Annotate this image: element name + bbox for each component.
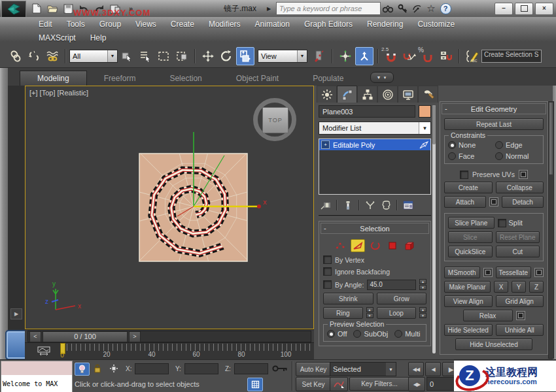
element-subobject-button[interactable] [403,240,416,252]
spinner-up-icon[interactable]: ▲ [419,279,426,284]
slice-plane-button[interactable]: Slice Plane [448,217,495,229]
select-and-scale-button[interactable] [236,47,254,65]
preview-off-option[interactable]: Off [327,330,347,338]
keyboard-shortcut-override-toggle[interactable] [355,47,374,65]
key-filters-button[interactable]: Key Filters... [349,377,409,391]
modifier-list-dropdown[interactable]: Modifier List ▼ [319,122,431,135]
msmooth-button[interactable]: MSmooth [444,267,480,278]
isolate-selection-toggle[interactable] [75,363,90,376]
selection-filter-dropdown[interactable]: All ▼ [69,50,118,63]
preview-subobj-option[interactable]: SubObj [353,330,388,338]
constraint-face-radio[interactable] [448,152,456,160]
configure-modifier-sets-button[interactable] [401,199,415,212]
viewcube-top-face[interactable]: TOP [262,107,288,133]
listener-macro-row[interactable] [1,361,72,376]
planar-y-button[interactable]: Y [512,281,526,293]
tessellate-button[interactable]: Tessellate [496,267,532,278]
maximize-button[interactable] [515,3,533,15]
tab-hierarchy[interactable] [357,86,377,103]
planar-x-button[interactable]: X [494,281,508,293]
loop-spinner[interactable]: ▲ ▼ [419,307,426,319]
ribbon-tab-object-paint[interactable]: Object Paint [219,71,296,86]
menu-group[interactable]: Group [92,20,128,29]
preview-multi-radio[interactable] [394,330,402,338]
constraint-edge-option[interactable]: Edge [495,141,540,149]
snaps-toggle-icon[interactable]: 2.5 [383,48,400,65]
search-expand-icon[interactable]: ▶ [262,2,276,15]
menu-tools[interactable]: Tools [60,20,92,29]
edge-subobject-button[interactable] [351,239,365,252]
menu-graph-editors[interactable]: Graph Editors [297,20,360,29]
listener-output-row[interactable]: Welcome to MAX [1,376,72,392]
communication-center-icon[interactable] [409,2,424,15]
edit-named-selection-sets-icon[interactable]: ABC [464,48,481,65]
by-vertex-checkbox[interactable] [323,255,332,264]
by-angle-field[interactable]: 45.0 [367,280,416,290]
time-slider-handle[interactable]: 0 / 100 [43,331,128,342]
selection-lock-toggle[interactable] [92,363,103,374]
attach-settings-button[interactable] [489,197,498,206]
x-coordinate-field[interactable] [135,363,169,374]
preview-multi-option[interactable]: Multi [394,330,420,338]
tab-motion[interactable] [377,86,398,103]
ring-button[interactable]: Ring [323,307,363,319]
spinner-down-icon[interactable]: ▼ [419,285,426,290]
menu-modifiers[interactable]: Modifiers [201,20,248,29]
menu-edit[interactable]: Edit [31,20,60,29]
window-crossing-toggle-icon[interactable] [173,48,190,65]
minimize-button[interactable]: – [495,3,513,15]
menu-rendering[interactable]: Rendering [360,20,410,29]
key-mode-dropdown[interactable]: Selected ▼ [330,362,396,376]
border-subobject-button[interactable] [369,240,382,252]
by-angle-spinner[interactable]: ▲ ▼ [419,279,426,290]
maxscript-mini-listener[interactable]: Welcome to MAX [1,361,73,392]
named-selection-set-field[interactable]: Create Selection S [481,50,542,63]
object-color-swatch[interactable] [419,105,431,118]
viewport-label[interactable]: [+] [Top] [Realistic] [29,89,88,97]
ignore-backfacing-checkbox[interactable] [323,267,332,276]
planar-z-button[interactable]: Z [529,281,544,293]
menu-maxscript[interactable]: MAXScript [31,33,83,42]
communication-key-icon[interactable] [395,2,409,15]
track-bar[interactable]: 0 20 40 60 80 100 [25,342,314,360]
show-end-result-button[interactable] [341,199,355,212]
constraint-edge-radio[interactable] [495,141,503,149]
shrink-button[interactable]: Shrink [323,293,374,304]
view-align-button[interactable]: View Align [444,295,493,307]
ribbon-minimize-dropdown[interactable]: ▼ ▼ [370,72,394,83]
constraint-normal-option[interactable]: Normal [495,152,540,160]
ribbon-tab-freeform[interactable]: Freeform [87,71,153,86]
unhide-all-button[interactable]: Unhide All [496,324,544,336]
percent-snap-toggle-icon[interactable]: % [419,48,436,65]
panel-column-scrollbar[interactable] [432,105,436,353]
preserve-uvs-settings-button[interactable] [519,170,528,179]
make-planar-button[interactable]: Make Planar [444,281,491,293]
ribbon-tab-selection[interactable]: Selection [152,71,218,86]
spinner-up-icon[interactable]: ▲ [366,307,374,312]
select-and-manipulate-icon[interactable] [337,48,354,65]
slice-button[interactable]: Slice [448,231,493,243]
modifier-stack[interactable]: + Editable Poly [319,139,431,195]
pin-stack-button[interactable] [319,199,333,212]
grow-button[interactable]: Grow [377,293,427,304]
selection-rollout-header[interactable]: - Selection [321,223,429,234]
polygon-subobject-button[interactable] [386,240,399,252]
remove-modifier-button[interactable] [379,199,393,212]
open-file-button[interactable] [45,2,60,15]
menu-customize[interactable]: Customize [410,20,462,29]
msmooth-settings-button[interactable] [483,268,493,277]
vertex-subobject-button[interactable] [334,240,347,252]
tab-utilities[interactable] [418,86,438,103]
select-and-move-icon[interactable] [200,48,217,65]
previous-frame-button[interactable]: < [29,331,41,342]
menu-help[interactable]: Help [83,33,114,42]
collapse-button[interactable]: Collapse [496,182,544,193]
relax-settings-button[interactable] [516,311,525,320]
use-pivot-point-center-icon[interactable] [311,48,328,65]
z-coordinate-field[interactable] [234,363,268,374]
preview-subobj-radio[interactable] [353,330,361,338]
loop-button[interactable]: Loop [377,307,417,319]
spinner-snap-toggle-icon[interactable] [438,48,455,65]
menu-animation[interactable]: Animation [248,20,297,29]
preserve-uvs-checkbox[interactable] [460,171,468,179]
